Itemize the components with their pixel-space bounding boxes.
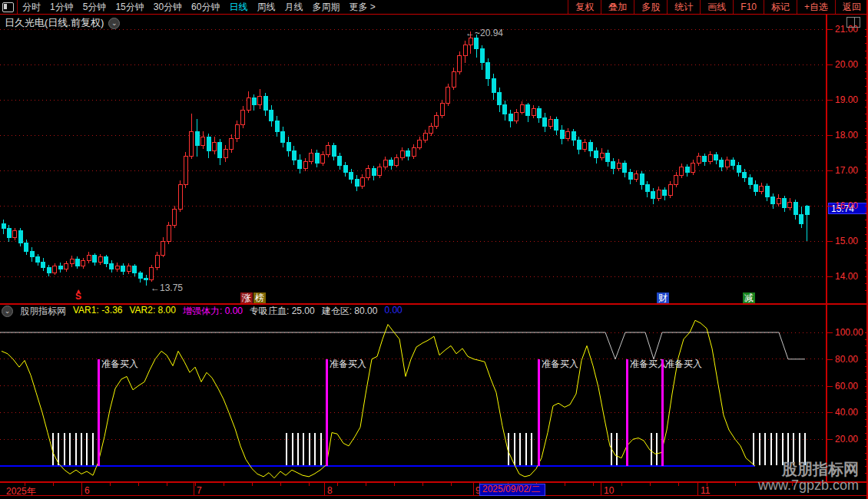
date-tick (25, 483, 25, 486)
stock-title: 日久光电(日线.前复权) (5, 16, 104, 30)
period-tab-11[interactable]: 更多 > (344, 2, 379, 12)
axis-minor-tick (865, 332, 868, 333)
axis-minor-tick (865, 392, 868, 393)
axis-minor-tick (865, 177, 868, 178)
tool-button-1[interactable]: 复权 (568, 0, 601, 14)
chevron-down-icon[interactable]: ⌄ (108, 18, 120, 29)
date-axis: 2025年 2025/09/02/二 67891011 (0, 481, 868, 496)
chevron-down-icon[interactable]: ⌄ (2, 306, 13, 317)
indicator-axis-label: 20.00 (835, 434, 867, 444)
period-tab-8[interactable]: 周线 (252, 2, 280, 12)
buy-signal-label: 准备买入 (101, 359, 138, 369)
axis-minor-tick (865, 406, 868, 407)
event-tag-财[interactable]: 财 (657, 292, 669, 303)
axis-tick (827, 412, 833, 413)
sell-signal-marker: ▲S (75, 289, 81, 300)
period-tab-4[interactable]: 15分钟 (111, 2, 148, 12)
axis-minor-tick (865, 419, 868, 420)
price-axis-label: 14.00 (835, 271, 867, 282)
axis-minor-tick (865, 339, 868, 340)
tool-button-3[interactable]: 多股 (634, 0, 667, 14)
axis-minor-tick (865, 199, 868, 200)
axis-minor-tick (865, 386, 868, 387)
indicator-chart[interactable]: 准备买入准备买入准备买入准备买入准备买入 (0, 316, 826, 481)
axis-minor-tick (865, 255, 868, 256)
axis-tick (827, 276, 833, 277)
indicator-axis: 100.0080.0060.0040.0020.00 (826, 305, 868, 481)
axis-minor-tick (865, 64, 868, 65)
axis-minor-tick (865, 149, 868, 150)
tool-button-4[interactable]: 统计 (667, 0, 700, 14)
tool-button-5[interactable]: 画线 (700, 0, 733, 14)
tool-button-2[interactable]: 叠加 (601, 0, 634, 14)
axis-tick (827, 241, 833, 242)
axis-minor-tick (865, 412, 868, 413)
event-tag-榜[interactable]: 榜 (253, 292, 266, 303)
axis-tick (827, 439, 833, 440)
date-tick (394, 483, 395, 486)
tool-button-7[interactable]: 标记 (764, 0, 797, 14)
indicator-axis-label: 40.00 (835, 407, 867, 418)
site-watermark: 股朋指标网 www.7gpzb.com (758, 461, 859, 493)
lowest-price-annotation: ←13.75 (151, 283, 183, 293)
event-tag-减[interactable]: 减 (743, 292, 755, 303)
period-tab-5[interactable]: 30分钟 (149, 2, 187, 12)
date-tick (621, 483, 622, 486)
date-tick (167, 483, 167, 486)
axis-minor-tick (865, 227, 868, 228)
tool-button-8[interactable]: +自选 (797, 0, 835, 14)
buy-signal-label: 准备买入 (330, 359, 366, 369)
buy-signal-label: 准备买入 (542, 359, 578, 369)
date-tick (110, 483, 111, 486)
axis-minor-tick (865, 283, 868, 284)
indicator-value-3: VAR2: 8.00 (129, 305, 175, 318)
axis-tick (827, 170, 833, 171)
price-axis-label: 19.00 (835, 94, 867, 105)
axis-minor-tick (865, 433, 868, 434)
period-tab-2[interactable]: 1分钟 (45, 2, 78, 12)
period-menu: 分时1分钟5分钟15分钟30分钟60分钟日线周线月线多周期更多 > (18, 1, 380, 14)
axis-minor-tick (865, 234, 868, 235)
date-tick (735, 483, 736, 486)
candlestick-chart[interactable] (0, 15, 826, 304)
date-tick (81, 483, 82, 486)
axis-minor-tick (865, 352, 868, 353)
event-tag-涨[interactable]: 涨 (240, 292, 253, 303)
axis-minor-tick (865, 192, 868, 193)
chart-title-bar: 日久光电(日线.前复权) ⌄ (5, 16, 120, 30)
month-separator (697, 483, 698, 495)
axis-minor-tick (865, 269, 868, 270)
tool-button-6[interactable]: F10 (733, 0, 764, 14)
period-tab-10[interactable]: 多周期 (307, 2, 344, 12)
price-axis-label: 20.00 (835, 59, 867, 70)
window-split-icon[interactable] (846, 17, 860, 28)
axis-minor-tick (865, 459, 868, 460)
date-tick (309, 483, 310, 486)
date-tick (593, 483, 594, 486)
price-axis-label: 17.00 (835, 165, 867, 176)
axis-minor-tick (865, 372, 868, 373)
axis-minor-tick (865, 100, 868, 101)
date-tick (678, 483, 679, 486)
tool-button-9[interactable]: 返回 (835, 0, 868, 14)
axis-tick (827, 100, 833, 101)
period-tab-9[interactable]: 月线 (280, 2, 307, 12)
period-tab-3[interactable]: 5分钟 (78, 2, 111, 12)
layout-panel-icon[interactable] (2, 2, 14, 12)
axis-minor-tick (865, 135, 868, 136)
month-label: 10 (604, 485, 614, 496)
axis-tick (827, 206, 833, 207)
date-tick (337, 483, 338, 486)
axis-minor-tick (865, 206, 868, 207)
axis-minor-tick (865, 213, 868, 213)
indicator-value-5: 专吸庄血: 25.00 (250, 305, 315, 318)
axis-minor-tick (865, 473, 868, 474)
axis-minor-tick (865, 29, 868, 30)
axis-minor-tick (865, 241, 868, 242)
month-separator (194, 483, 194, 495)
period-tab-6[interactable]: 60分钟 (187, 2, 224, 12)
axis-tick (827, 359, 833, 360)
indicator-axis-label: 100.00 (835, 327, 867, 338)
period-tab-1[interactable]: 分时 (18, 2, 45, 12)
period-tab-7[interactable]: 日线 (224, 2, 252, 12)
